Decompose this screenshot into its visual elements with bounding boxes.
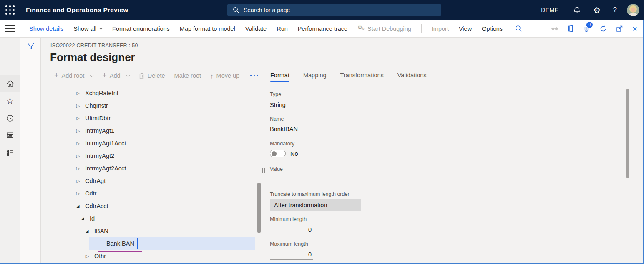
dynamics-book-icon[interactable] [567,25,574,32]
tab-validations[interactable]: Validations [397,72,427,82]
chevron-right-icon[interactable]: ▷ [75,191,81,196]
sidebar-item-home[interactable] [0,75,20,92]
tree-item[interactable]: ◢IBAN [75,225,257,237]
sidebar-item-favorites[interactable]: ☆ [0,92,20,109]
filter-rail [20,38,40,264]
arrow-up-icon: ↑ [210,72,214,79]
tree-item[interactable]: ▷ChqInstr [75,99,257,112]
home-icon [6,79,15,88]
type-label: Type [270,91,281,97]
app-title[interactable]: Finance and Operations Preview [26,0,128,20]
make-root-button: Make root [174,72,201,79]
sidebar-item-recent[interactable] [0,110,20,127]
chevron-right-icon[interactable]: ▷ [75,128,81,134]
chevron-right-icon[interactable]: ▷ [75,153,81,159]
plus-icon: + [54,71,59,80]
bell-icon[interactable] [573,6,581,14]
tree-item[interactable]: ◢Id [75,212,257,225]
minimum-length-field[interactable]: 0 [270,226,312,233]
expanded-triangle-icon[interactable]: ◢ [75,204,81,208]
field-underline [270,135,360,135]
navigation-rail: ☆ [0,38,20,264]
page-scrollbar-thumb[interactable] [626,89,629,178]
import-button: Import [432,25,449,32]
chevron-right-icon[interactable]: ▷ [75,166,81,171]
page-title: Format designer [50,51,135,64]
tree-item[interactable]: ▷Cdtr [75,187,257,200]
tree-item[interactable]: ▷XchgRateInf [75,87,257,99]
type-field[interactable]: String [270,102,286,108]
attachments-paperclip-icon[interactable]: 0 [583,25,590,33]
tree-item[interactable]: ▷IntrmyAgt2Acct [75,162,257,175]
map-format-to-model-button[interactable]: Map format to model [180,25,235,32]
tree-item[interactable]: ▷CdtrAgt [75,175,257,187]
maximum-length-field[interactable]: 0 [270,251,312,258]
name-field[interactable]: BankIBAN [270,126,298,132]
run-button[interactable]: Run [277,25,288,32]
splitter-grip[interactable] [262,168,265,173]
search-placeholder: Search for a page [244,7,290,13]
chevron-right-icon[interactable]: ▷ [75,116,81,121]
chevron-right-icon[interactable]: ▷ [75,178,81,184]
star-icon: ☆ [6,96,14,105]
delete-button: Delete [138,72,165,79]
help-icon[interactable]: ? [613,6,617,14]
expanded-triangle-icon[interactable]: ◢ [84,229,90,233]
sidebar-item-forms[interactable] [0,127,20,144]
open-in-new-window-icon[interactable] [616,25,623,32]
tree-item[interactable]: ▷UltmtDbtr [75,112,257,124]
expanded-triangle-icon[interactable]: ◢ [80,216,86,221]
chevron-right-icon[interactable]: ▷ [75,91,81,96]
mandatory-toggle[interactable] [270,150,286,157]
chevron-right-icon[interactable]: ▷ [75,103,81,109]
refresh-icon[interactable] [599,25,607,33]
performance-trace-button[interactable]: Performance trace [298,25,347,32]
gear-icon[interactable]: ⚙ [593,6,600,14]
toggle-knob [272,151,277,156]
tab-mapping[interactable]: Mapping [303,72,327,82]
move-up-button: ↑ Move up [210,72,239,79]
selection-underline [98,251,142,252]
tab-transformations[interactable]: Transformations [340,72,384,82]
field-underline [270,235,313,235]
avatar[interactable] [627,4,639,16]
add-root-button: + Add root [54,72,93,80]
validate-button[interactable]: Validate [245,25,267,32]
top-navigation-bar: Finance and Operations Preview Search fo… [0,0,644,20]
company-picker[interactable]: DEMF [541,7,558,13]
format-enumerations-button[interactable]: Format enumerations [112,25,170,32]
sidebar-item-workspaces[interactable] [0,145,20,161]
chevron-down-icon [99,26,103,30]
options-button[interactable]: Options [482,25,503,32]
hamburger-menu-icon[interactable] [5,25,15,34]
more-commands-icon[interactable] [250,75,258,76]
chevron-right-icon[interactable]: ▷ [75,141,81,146]
show-details-button[interactable]: Show details [29,25,63,32]
add-button: + Add [102,72,129,80]
tree-item-selected[interactable]: BankIBAN [89,237,255,250]
close-icon[interactable]: × [632,24,637,33]
chevron-down-icon [126,73,129,76]
tree-item[interactable]: ▷IntrmyAgt1 [75,124,257,137]
chevron-right-icon[interactable]: ▷ [84,254,90,259]
form-window-icon [6,131,14,140]
breadcrumb: ISO20022 CREDIT TRANSFER : 50 [50,43,138,48]
filter-funnel-icon[interactable] [27,42,35,52]
mandatory-value: No [290,150,298,157]
start-debugging-button: ⚙⚙ Start Debugging [357,25,411,33]
view-button[interactable]: View [459,25,472,32]
chevron-down-icon [90,73,93,76]
show-all-dropdown[interactable]: Show all [73,25,102,32]
tree-scrollbar-thumb[interactable] [257,183,261,233]
page-search-box[interactable]: Search for a page [227,4,441,16]
tree-item-edit-box[interactable]: BankIBAN [103,238,138,249]
clock-icon [6,114,14,122]
tree-item[interactable]: ◢CdtrAcct [75,200,257,212]
command-search-icon[interactable] [515,25,522,32]
waffle-menu-icon[interactable] [5,5,15,15]
tab-format[interactable]: Format [270,72,289,82]
minimum-length-label: Minimum length [270,216,307,222]
tree-item[interactable]: ▷IntrmyAgt1Acct [75,137,257,150]
search-icon [233,7,239,13]
tree-item[interactable]: ▷IntrmyAgt2 [75,150,257,162]
